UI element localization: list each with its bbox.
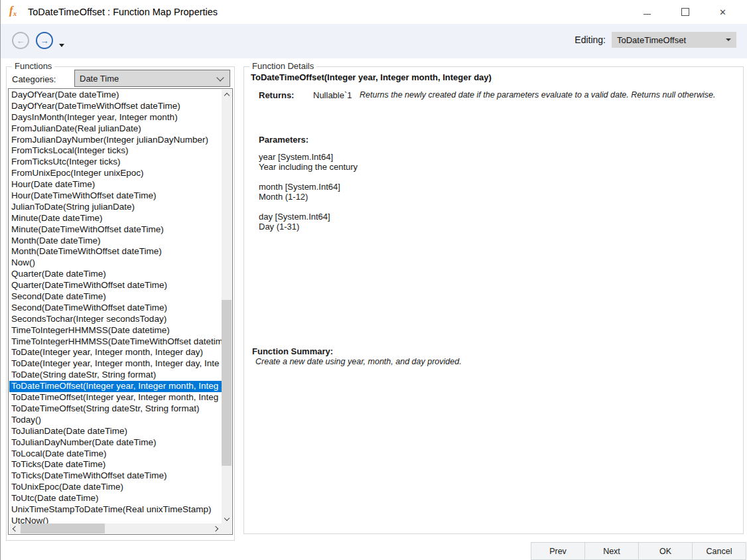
- list-item[interactable]: FromJulianDayNumber(Integer julianDayNum…: [9, 135, 222, 146]
- list-item[interactable]: ToDate(Integer year, Integer month, Inte…: [9, 347, 222, 358]
- list-item[interactable]: FromJulianDate(Real julianDate): [9, 123, 222, 135]
- horizontal-scrollbar[interactable]: [9, 524, 222, 533]
- parameter-name: day [System.Int64]: [259, 212, 358, 222]
- minimize-button[interactable]: [628, 0, 666, 24]
- function-list-items: DayOfYear(Date dateTime)DayOfYear(DateTi…: [9, 90, 222, 524]
- list-item[interactable]: ToDateTimeOffset(Integer year, Integer m…: [9, 381, 222, 392]
- function-icon: fx: [9, 4, 17, 17]
- list-item[interactable]: Month(DateTimeWithOffset dateTime): [9, 246, 222, 257]
- close-icon: ✕: [719, 8, 726, 17]
- categories-combobox-value: Date Time: [80, 74, 119, 84]
- forward-dropdown-caret-icon[interactable]: [59, 44, 64, 47]
- categories-combobox[interactable]: Date Time: [74, 70, 230, 87]
- chevron-down-icon: [216, 74, 224, 81]
- list-item[interactable]: Second(Date dateTime): [9, 291, 222, 303]
- parameters-list: year [System.Int64]Year including the ce…: [259, 152, 358, 242]
- forward-button[interactable]: →: [36, 32, 53, 49]
- chevron-left-icon: [13, 525, 18, 531]
- returns-type: Nullable`1: [313, 90, 352, 100]
- list-item[interactable]: FromUnixEpoc(Integer unixEpoc): [9, 168, 222, 179]
- scroll-right-button[interactable]: [212, 524, 222, 533]
- list-item[interactable]: Minute(DateTimeWithOffset dateTime): [9, 224, 222, 236]
- list-item[interactable]: ToLocal(Date dateTime): [9, 449, 222, 460]
- list-item[interactable]: ToDateTimeOffset(String dateStr, String …: [9, 403, 222, 415]
- parameter-name: month [System.Int64]: [259, 182, 358, 192]
- title-bar: fx ToDateTimeOffset : Function Map Prope…: [1, 0, 747, 24]
- list-item[interactable]: ToDateTimeOffset(Integer year, Integer m…: [9, 392, 222, 403]
- prev-button[interactable]: Prev: [531, 542, 585, 560]
- function-signature: ToDateTimeOffset(Integer year, Integer m…: [251, 72, 492, 82]
- scroll-up-button[interactable]: [222, 90, 232, 100]
- chevron-down-icon: [726, 38, 731, 41]
- list-item[interactable]: UtcNow(): [9, 516, 222, 524]
- list-item[interactable]: ToJulianDayNumber(Date dateTime): [9, 437, 222, 449]
- scroll-down-button[interactable]: [222, 514, 232, 524]
- editing-combobox[interactable]: ToDateTimeOffset: [612, 32, 736, 48]
- list-item[interactable]: Quarter(Date dateTime): [9, 269, 222, 280]
- list-item[interactable]: ToUnixEpoc(Date dateTime): [9, 482, 222, 493]
- parameter-entry: month [System.Int64]Month (1-12): [259, 182, 358, 202]
- back-icon: ←: [17, 36, 25, 46]
- list-item[interactable]: FromTicksLocal(Integer ticks): [9, 145, 222, 157]
- forward-icon: →: [40, 36, 49, 46]
- toolbar: ← → Editing: ToDateTimeOffset: [1, 24, 747, 58]
- editing-label: Editing:: [575, 35, 606, 45]
- function-details-group: Function Details ToDateTimeOffset(Intege…: [243, 66, 744, 534]
- parameter-description: Month (1-12): [259, 192, 358, 202]
- list-item[interactable]: DaysInMonth(Integer year, Integer month): [9, 112, 222, 123]
- functions-group-legend: Functions: [12, 61, 54, 71]
- list-item[interactable]: TimeToIntegerHHMMSS(Date datetime): [9, 325, 222, 336]
- chevron-right-icon: [213, 525, 218, 531]
- editing-combobox-value: ToDateTimeOffset: [617, 35, 686, 45]
- dialog-window: fx ToDateTimeOffset : Function Map Prope…: [0, 0, 747, 560]
- scroll-left-button[interactable]: [9, 524, 19, 533]
- parameters-label: Parameters:: [259, 135, 308, 145]
- function-summary-text: Create a new date using year, month, and…: [255, 357, 462, 366]
- chevron-down-icon: [224, 515, 229, 520]
- close-button[interactable]: ✕: [704, 0, 742, 24]
- parameter-description: Year including the century: [259, 162, 358, 172]
- chevron-up-icon: [224, 93, 229, 98]
- list-item[interactable]: ToJulianDate(Date dateTime): [9, 426, 222, 437]
- editing-control: Editing: ToDateTimeOffset: [575, 32, 736, 48]
- list-item[interactable]: ToTicks(DateTimeWithOffset dateTime): [9, 470, 222, 482]
- vertical-scrollbar[interactable]: [222, 90, 232, 524]
- list-item[interactable]: Minute(Date dateTime): [9, 213, 222, 224]
- list-item[interactable]: Today(): [9, 415, 222, 426]
- list-item[interactable]: ToUtc(Date dateTime): [9, 493, 222, 504]
- parameter-entry: day [System.Int64]Day (1-31): [259, 212, 358, 232]
- function-summary-label: Function Summary:: [252, 346, 333, 356]
- list-item[interactable]: Month(Date dateTime): [9, 236, 222, 247]
- list-item[interactable]: DayOfYear(DateTimeWithOffset dateTime): [9, 101, 222, 112]
- next-button[interactable]: Next: [584, 542, 639, 560]
- list-item[interactable]: Quarter(DateTimeWithOffset dateTime): [9, 280, 222, 291]
- vertical-scrollbar-thumb[interactable]: [222, 300, 232, 466]
- categories-label: Categories:: [12, 74, 56, 84]
- list-item[interactable]: TimeToIntegerHHMMSS(DateTimeWithOffset d…: [9, 336, 222, 348]
- back-button[interactable]: ←: [12, 32, 29, 49]
- maximize-icon: [681, 8, 689, 16]
- list-item[interactable]: Hour(DateTimeWithOffset dateTime): [9, 190, 222, 202]
- list-item[interactable]: ToDate(String dateStr, String format): [9, 370, 222, 381]
- parameter-name: year [System.Int64]: [259, 152, 358, 162]
- returns-description: Returns the newly created date if the pa…: [360, 90, 746, 100]
- maximize-button[interactable]: [666, 0, 704, 24]
- window-title: ToDateTimeOffset : Function Map Properti…: [28, 0, 218, 24]
- parameter-description: Day (1-31): [259, 222, 358, 232]
- list-item[interactable]: FromTicksUtc(Integer ticks): [9, 157, 222, 168]
- list-item[interactable]: ToDate(Integer year, Integer month, Inte…: [9, 358, 222, 370]
- list-item[interactable]: Now(): [9, 257, 222, 269]
- list-item[interactable]: Hour(Date dateTime): [9, 179, 222, 190]
- parameter-entry: year [System.Int64]Year including the ce…: [259, 152, 358, 172]
- list-item[interactable]: SecondsTochar(Integer secondsToday): [9, 314, 222, 325]
- list-item[interactable]: DayOfYear(Date dateTime): [9, 90, 222, 101]
- footer-buttons: PrevNextOKCancel: [531, 542, 746, 560]
- list-item[interactable]: ToTicks(Date dateTime): [9, 459, 222, 470]
- list-item[interactable]: JulianToDate(String julianDate): [9, 202, 222, 213]
- list-item[interactable]: Second(DateTimeWithOffset dateTime): [9, 303, 222, 314]
- cancel-button[interactable]: Cancel: [692, 542, 746, 560]
- window-controls: ✕: [628, 0, 742, 24]
- list-item[interactable]: UnixTimeStampToDateTime(Real unixTimeSta…: [9, 504, 222, 516]
- ok-button[interactable]: OK: [638, 542, 693, 560]
- horizontal-scrollbar-thumb[interactable]: [21, 524, 105, 533]
